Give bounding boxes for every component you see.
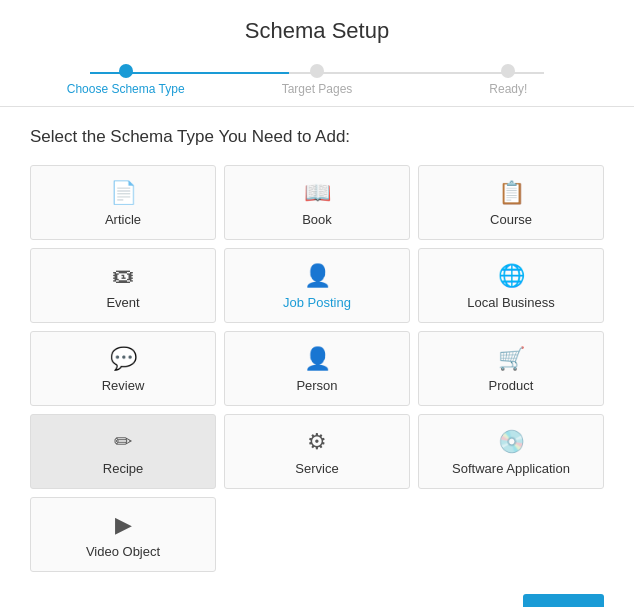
next-button[interactable]: Next <box>523 594 604 607</box>
job-posting-label: Job Posting <box>283 295 351 310</box>
step-label-choose-schema: Choose Schema Type <box>67 82 185 96</box>
software-application-icon: 💿 <box>498 429 525 455</box>
event-label: Event <box>106 295 139 310</box>
schema-item-article[interactable]: 📄Article <box>30 165 216 240</box>
recipe-label: Recipe <box>103 461 143 476</box>
content-area: Select the Schema Type You Need to Add: … <box>0 107 634 582</box>
schema-item-service[interactable]: ⚙Service <box>224 414 410 489</box>
event-icon: 🎟 <box>112 263 134 289</box>
stepper-container: Choose Schema Type Target Pages Ready! <box>0 54 634 96</box>
course-icon: 📋 <box>498 180 525 206</box>
recipe-icon: ✏ <box>114 429 132 455</box>
service-label: Service <box>295 461 338 476</box>
step-dot-choose-schema <box>119 64 133 78</box>
local-business-label: Local Business <box>467 295 554 310</box>
video-object-icon: ▶ <box>115 512 132 538</box>
book-icon: 📖 <box>304 180 331 206</box>
product-icon: 🛒 <box>498 346 525 372</box>
schema-item-review[interactable]: 💬Review <box>30 331 216 406</box>
person-label: Person <box>296 378 337 393</box>
step-ready: Ready! <box>413 64 604 96</box>
video-object-label: Video Object <box>86 544 160 559</box>
schema-item-video-object[interactable]: ▶Video Object <box>30 497 216 572</box>
review-label: Review <box>102 378 145 393</box>
schema-item-product[interactable]: 🛒Product <box>418 331 604 406</box>
section-title: Select the Schema Type You Need to Add: <box>30 127 604 147</box>
schema-item-job-posting[interactable]: 👤Job Posting <box>224 248 410 323</box>
page-title: Schema Setup <box>0 0 634 54</box>
stepper-steps: Choose Schema Type Target Pages Ready! <box>30 64 604 96</box>
course-label: Course <box>490 212 532 227</box>
person-icon: 👤 <box>304 346 331 372</box>
step-label-target-pages: Target Pages <box>282 82 353 96</box>
article-icon: 📄 <box>110 180 137 206</box>
local-business-icon: 🌐 <box>498 263 525 289</box>
schema-item-local-business[interactable]: 🌐Local Business <box>418 248 604 323</box>
footer: Next <box>0 582 634 607</box>
step-dot-ready <box>501 64 515 78</box>
article-label: Article <box>105 212 141 227</box>
schema-grid: 📄Article📖Book📋Course🎟Event👤Job Posting🌐L… <box>30 165 604 572</box>
schema-item-software-application[interactable]: 💿Software Application <box>418 414 604 489</box>
step-dot-target-pages <box>310 64 324 78</box>
software-application-label: Software Application <box>452 461 570 476</box>
review-icon: 💬 <box>110 346 137 372</box>
book-label: Book <box>302 212 332 227</box>
step-choose-schema: Choose Schema Type <box>30 64 221 96</box>
service-icon: ⚙ <box>307 429 327 455</box>
schema-item-course[interactable]: 📋Course <box>418 165 604 240</box>
schema-item-event[interactable]: 🎟Event <box>30 248 216 323</box>
schema-item-book[interactable]: 📖Book <box>224 165 410 240</box>
page-wrapper: Schema Setup Choose Schema Type Target P… <box>0 0 634 607</box>
step-target-pages: Target Pages <box>221 64 412 96</box>
job-posting-icon: 👤 <box>304 263 331 289</box>
schema-item-person[interactable]: 👤Person <box>224 331 410 406</box>
schema-item-recipe[interactable]: ✏Recipe <box>30 414 216 489</box>
step-label-ready: Ready! <box>489 82 527 96</box>
product-label: Product <box>489 378 534 393</box>
